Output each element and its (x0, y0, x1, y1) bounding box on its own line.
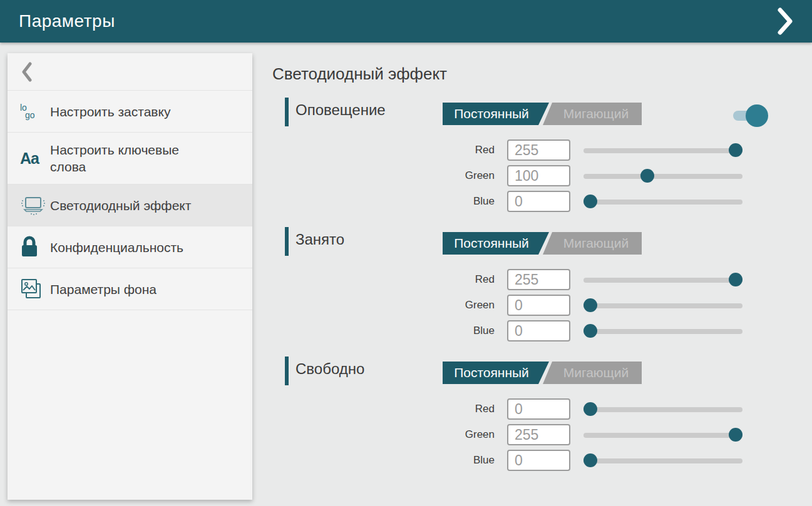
slider-track (583, 174, 743, 179)
mode-option-constant[interactable]: Постоянный (443, 362, 549, 384)
main-title: Светодиодный эффект (272, 64, 812, 84)
content-area: logo Настроить заставку Aa Настроить клю… (0, 43, 812, 506)
sidebar-item-label: Светодиодный эффект (50, 197, 191, 214)
red-value-input[interactable] (507, 139, 570, 161)
mode-segmented-control: Постоянный Мигающий (443, 232, 642, 255)
keywords-icon: Aa (20, 149, 50, 168)
blue-slider[interactable] (583, 324, 743, 338)
green-row: Green (285, 424, 743, 445)
red-row: Red (285, 139, 743, 161)
green-label: Green (285, 170, 495, 182)
section-busy: Занято Постоянный Мигающий Red Green (285, 227, 743, 342)
slider-track (583, 407, 743, 412)
green-slider-thumb[interactable] (583, 298, 597, 312)
red-slider-thumb[interactable] (729, 143, 743, 157)
blue-row: Blue (285, 320, 743, 342)
sidebar: logo Настроить заставку Aa Настроить клю… (8, 53, 252, 500)
blue-label: Blue (285, 195, 495, 208)
section-accent-bar (285, 98, 289, 126)
sidebar-item-label: Настроить ключевые слова (50, 141, 214, 175)
red-row: Red (285, 398, 743, 420)
red-value-input[interactable] (507, 398, 570, 420)
green-slider-thumb[interactable] (729, 428, 743, 442)
red-slider-thumb[interactable] (583, 402, 597, 416)
main-panel: Светодиодный эффект Оповещение Постоянны… (252, 43, 812, 506)
red-row: Red (285, 269, 743, 290)
red-label: Red (285, 144, 495, 156)
red-label: Red (285, 403, 495, 415)
slider-track (583, 200, 743, 205)
blue-slider[interactable] (583, 453, 743, 467)
mode-option-blinking[interactable]: Мигающий (543, 362, 642, 384)
sidebar-item-background[interactable]: Параметры фона (8, 268, 252, 310)
section-accent-bar (285, 357, 289, 385)
blue-slider-thumb[interactable] (583, 453, 597, 467)
sidebar-item-label: Конфиденциальность (50, 239, 183, 256)
green-slider[interactable] (583, 298, 743, 312)
section-notification: Оповещение Постоянный Мигающий Red (285, 98, 743, 212)
slider-track (583, 433, 743, 438)
mode-option-constant[interactable]: Постоянный (443, 103, 549, 125)
sidebar-item-keywords[interactable]: Aa Настроить ключевые слова (8, 133, 252, 185)
blue-row: Blue (285, 450, 743, 471)
logo-icon: logo (20, 104, 50, 119)
forward-chevron-button[interactable] (774, 8, 796, 35)
red-value-input[interactable] (507, 269, 570, 290)
blue-value-input[interactable] (507, 191, 570, 212)
slider-track (583, 303, 743, 308)
section-accent-bar (285, 227, 289, 256)
sidebar-back-button[interactable] (8, 53, 252, 91)
mode-segmented-control: Постоянный Мигающий (443, 103, 642, 125)
sidebar-item-label: Настроить заставку (50, 103, 170, 120)
sidebar-item-screensaver[interactable]: logo Настроить заставку (8, 91, 252, 133)
mode-segmented-control: Постоянный Мигающий (443, 362, 642, 384)
red-slider[interactable] (583, 402, 743, 416)
sidebar-item-led-effect[interactable]: Светодиодный эффект (8, 185, 252, 226)
sidebar-item-privacy[interactable]: Конфиденциальность (8, 226, 252, 268)
section-label: Оповещение (296, 101, 386, 119)
chevron-right-icon (777, 8, 793, 35)
lock-icon (20, 236, 50, 258)
toggle-knob (746, 104, 768, 127)
slider-track (583, 458, 743, 463)
green-value-input[interactable] (507, 424, 570, 445)
blue-label: Blue (285, 454, 495, 467)
blue-slider-thumb[interactable] (583, 324, 597, 338)
background-image-icon (20, 278, 50, 300)
green-slider[interactable] (583, 428, 743, 442)
red-slider-thumb[interactable] (729, 273, 743, 286)
chevron-left-icon (21, 62, 33, 82)
blue-value-input[interactable] (507, 320, 570, 342)
green-row: Green (285, 165, 743, 186)
green-slider[interactable] (583, 169, 743, 183)
page-title: Параметры (19, 11, 115, 31)
notification-toggle[interactable] (733, 104, 768, 127)
blue-label: Blue (285, 325, 495, 337)
red-slider[interactable] (583, 143, 743, 157)
blue-value-input[interactable] (507, 450, 570, 471)
blue-row: Blue (285, 191, 743, 212)
green-label: Green (285, 428, 495, 441)
slider-track (583, 148, 743, 153)
section-label: Занято (296, 231, 344, 248)
section-free: Свободно Постоянный Мигающий Red Green (285, 357, 743, 471)
green-row: Green (285, 295, 743, 316)
led-display-icon (20, 195, 50, 216)
blue-slider[interactable] (583, 195, 743, 208)
mode-option-constant[interactable]: Постоянный (443, 232, 549, 255)
green-value-input[interactable] (507, 295, 570, 316)
red-slider[interactable] (583, 273, 743, 286)
green-slider-thumb[interactable] (640, 169, 654, 183)
green-label: Green (285, 299, 495, 311)
green-value-input[interactable] (507, 165, 570, 186)
blue-slider-thumb[interactable] (583, 195, 597, 208)
section-label: Свободно (296, 360, 364, 378)
app-header: Параметры (0, 0, 812, 43)
sidebar-item-label: Параметры фона (50, 281, 157, 298)
red-label: Red (285, 273, 495, 286)
mode-option-blinking[interactable]: Мигающий (543, 103, 642, 125)
slider-track (583, 278, 743, 283)
slider-track (583, 329, 743, 334)
mode-option-blinking[interactable]: Мигающий (543, 232, 642, 255)
